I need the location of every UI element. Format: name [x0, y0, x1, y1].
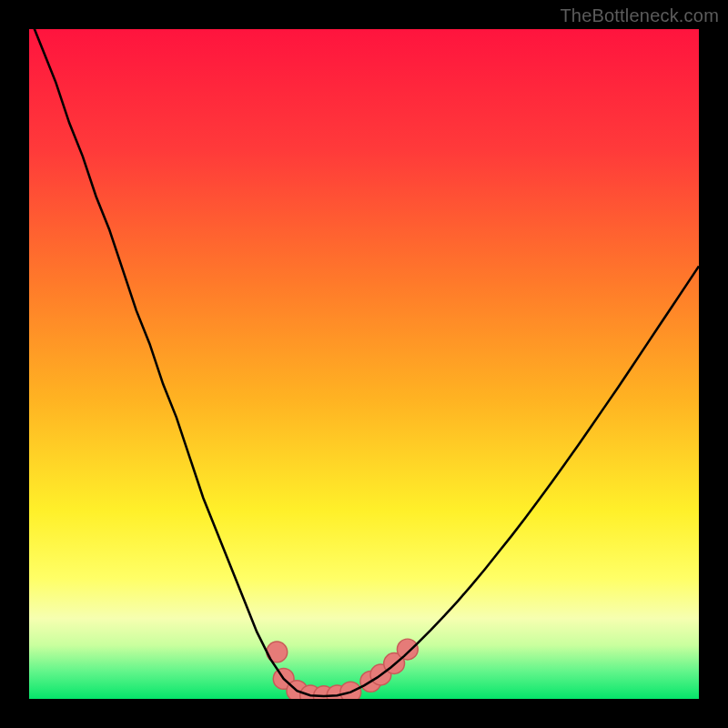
valley-marker — [340, 682, 361, 699]
chart-stage: TheBottleneck.com — [0, 0, 728, 728]
heat-gradient-background — [29, 29, 699, 699]
watermark-text: TheBottleneck.com — [560, 5, 719, 26]
bottleneck-chart — [29, 29, 699, 699]
valley-marker — [397, 639, 418, 660]
